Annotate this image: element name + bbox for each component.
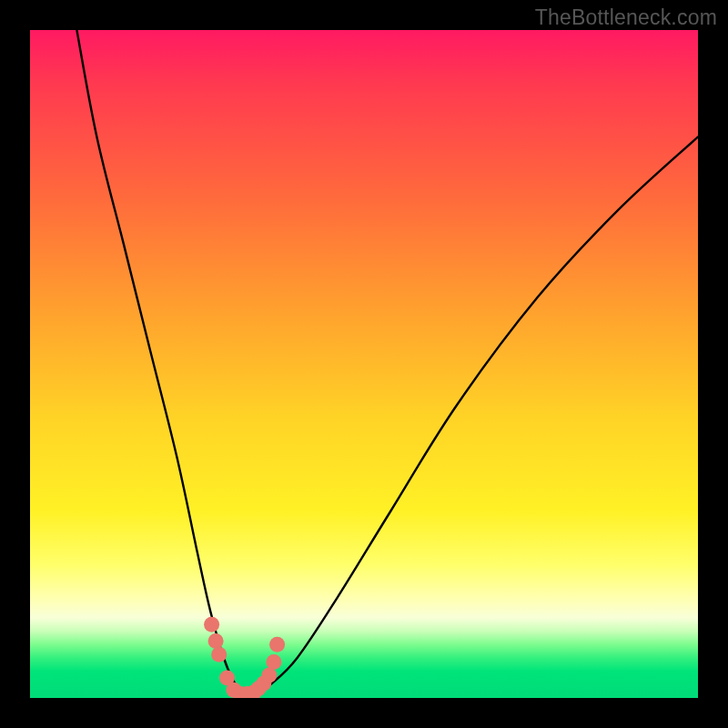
highlight-dot (269, 637, 285, 652)
highlight-dot (266, 654, 281, 670)
highlight-dot (204, 617, 219, 632)
bottleneck-curve (76, 30, 698, 696)
highlight-dot (211, 647, 227, 662)
plot-area (30, 30, 698, 698)
highlight-dot (261, 668, 277, 683)
curve-layer (30, 30, 698, 698)
highlight-dots (204, 617, 285, 698)
chart-frame: TheBottleneck.com (0, 0, 728, 728)
highlight-dot (208, 633, 224, 649)
watermark-text: TheBottleneck.com (535, 5, 717, 30)
